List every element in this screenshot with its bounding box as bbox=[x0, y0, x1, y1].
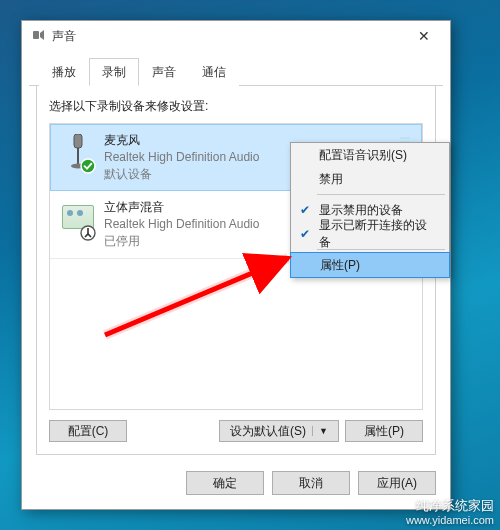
tab-sounds[interactable]: 声音 bbox=[139, 58, 189, 86]
menu-label: 显示已断开连接的设备 bbox=[319, 217, 437, 251]
menu-properties[interactable]: 属性(P) bbox=[290, 252, 450, 278]
menu-configure-speech[interactable]: 配置语音识别(S) bbox=[291, 143, 449, 167]
window-title: 声音 bbox=[52, 28, 404, 45]
disabled-badge-icon bbox=[80, 225, 96, 241]
svg-point-4 bbox=[81, 159, 95, 173]
ok-button[interactable]: 确定 bbox=[186, 471, 264, 495]
stereo-mix-icon bbox=[60, 199, 94, 239]
watermark-url: www.yidamei.com bbox=[406, 514, 494, 528]
set-default-button[interactable]: 设为默认值(S) ▼ bbox=[219, 420, 339, 442]
context-menu[interactable]: 配置语音识别(S) 禁用 ✔ 显示禁用的设备 ✔ 显示已断开连接的设备 属性(P… bbox=[290, 142, 450, 278]
default-badge-icon bbox=[80, 158, 96, 174]
tab-communications[interactable]: 通信 bbox=[189, 58, 239, 86]
menu-label: 显示禁用的设备 bbox=[319, 202, 403, 219]
dialog-actions: 确定 取消 应用(A) bbox=[22, 463, 450, 509]
tab-row: 播放 录制 声音 通信 bbox=[29, 51, 443, 86]
configure-button[interactable]: 配置(C) bbox=[49, 420, 127, 442]
menu-disable[interactable]: 禁用 bbox=[291, 167, 449, 191]
microphone-icon bbox=[60, 132, 94, 172]
set-default-label: 设为默认值(S) bbox=[230, 423, 306, 440]
instruction-text: 选择以下录制设备来修改设置: bbox=[49, 98, 423, 115]
titlebar: 声音 ✕ bbox=[22, 21, 450, 51]
cancel-button[interactable]: 取消 bbox=[272, 471, 350, 495]
watermark: 纯净系统家园 www.yidamei.com bbox=[406, 498, 494, 528]
menu-separator bbox=[317, 194, 445, 195]
tab-recording[interactable]: 录制 bbox=[89, 58, 139, 86]
check-icon: ✔ bbox=[297, 202, 313, 218]
menu-show-disconnected[interactable]: ✔ 显示已断开连接的设备 bbox=[291, 222, 449, 246]
properties-button[interactable]: 属性(P) bbox=[345, 420, 423, 442]
watermark-title: 纯净系统家园 bbox=[406, 498, 494, 514]
chevron-down-icon: ▼ bbox=[312, 426, 328, 436]
close-button[interactable]: ✕ bbox=[404, 24, 444, 48]
check-icon: ✔ bbox=[297, 226, 313, 242]
svg-rect-0 bbox=[33, 31, 39, 39]
app-icon bbox=[30, 28, 46, 44]
apply-button[interactable]: 应用(A) bbox=[358, 471, 436, 495]
svg-rect-1 bbox=[74, 134, 82, 148]
bottom-button-row: 配置(C) 设为默认值(S) ▼ 属性(P) bbox=[49, 420, 423, 442]
tab-playback[interactable]: 播放 bbox=[39, 58, 89, 86]
